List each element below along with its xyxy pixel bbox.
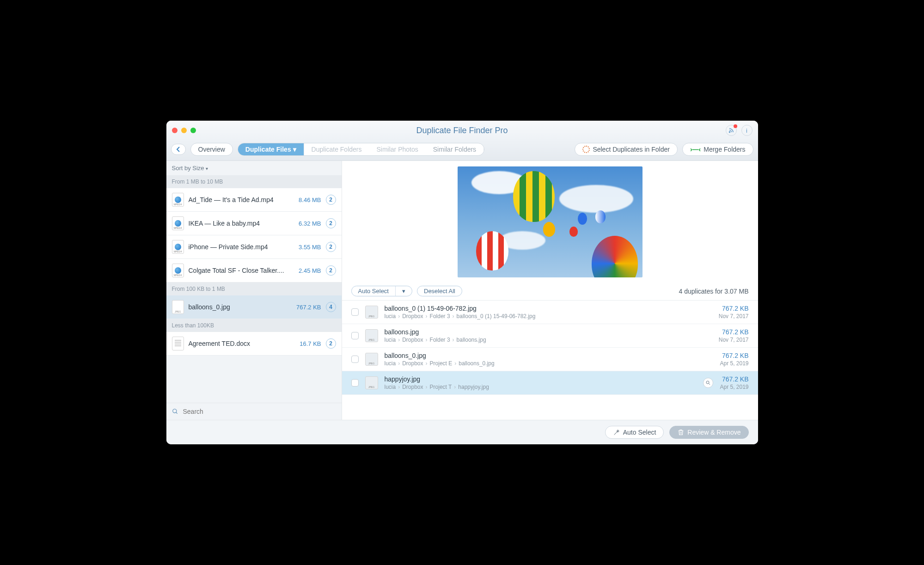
duplicate-info: balloons_0.jpglucia›Dropbox›Project E›ba… [385,352,714,367]
file-row[interactable]: IKEA — Like a baby.mp46.32 MB2 [166,212,342,235]
duplicate-meta: 767.2 KBNov 7, 2017 [719,305,749,319]
file-list: From 1 MB to 10 MBAd_Tide — It's a Tide … [166,175,342,403]
duplicate-size: 767.2 KB [720,375,748,383]
file-name: Agreement TED.docx [189,340,286,347]
file-size: 6.32 MB [291,220,321,227]
select-checkbox[interactable] [351,379,359,387]
duplicate-date: Nov 7, 2017 [719,313,749,319]
movie-file-icon [172,264,184,277]
duplicate-size: 767.2 KB [719,305,749,312]
review-remove-label: Review & Remove [687,429,740,436]
sort-label: Sort by Size [172,165,204,172]
duplicate-date: Apr 5, 2019 [720,384,748,390]
select-duplicates-label: Select Duplicates in Folder [593,146,670,153]
group-header: Less than 100KB [166,319,342,332]
duplicate-path: lucia›Dropbox›Project T›happyjoy.jpg [385,384,697,390]
file-row[interactable]: balloons_0.jpg767.2 KB4 [166,295,342,319]
duplicate-info: balloons.jpglucia›Dropbox›Folder 3›ballo… [385,328,712,343]
duplicate-info: balloons_0 (1) 15-49-06-782.jpglucia›Dro… [385,305,712,319]
app-title: Duplicate File Finder Pro [166,126,758,135]
group-header: From 100 KB to 1 MB [166,282,342,295]
file-name: IKEA — Like a baby.mp4 [189,220,286,227]
select-duplicates-button[interactable]: Select Duplicates in Folder [575,143,678,156]
titlebar: Duplicate File Finder Pro i [166,121,758,140]
duplicate-info: happyjoy.jpglucia›Dropbox›Project T›happ… [385,375,697,390]
jpeg-file-icon [172,300,184,314]
file-size: 8.46 MB [291,197,321,203]
feed-icon[interactable] [726,125,737,136]
info-icon[interactable]: i [741,125,753,136]
tab-duplicate-files[interactable]: Duplicate Files ▾ [238,143,304,155]
group-header: From 1 MB to 10 MB [166,175,342,188]
doc-file-icon [172,337,184,350]
movie-file-icon [172,240,184,254]
file-size: 16.7 KB [291,340,321,347]
auto-select-split: Auto Select ▾ [351,286,413,296]
svg-point-3 [706,381,709,384]
preview-area [342,161,758,282]
reveal-icon[interactable] [703,378,713,388]
duplicate-count: 2 [326,218,336,228]
tab-duplicate-folders[interactable]: Duplicate Folders [304,143,369,155]
merge-folders-label: Merge Folders [704,146,745,153]
file-size: 767.2 KB [291,304,321,311]
wand-icon [613,429,620,436]
sort-control[interactable]: Sort by Size ▾ [166,161,342,175]
duplicate-row[interactable]: balloons_0 (1) 15-49-06-782.jpglucia›Dro… [342,301,758,324]
trash-icon [677,429,685,436]
overview-button[interactable]: Overview [190,143,233,156]
duplicate-count: 4 [326,302,336,312]
toolbar: Overview Duplicate Files ▾45 MBDuplicate… [166,140,758,161]
duplicate-path: lucia›Dropbox›Folder 3›balloons.jpg [385,337,712,343]
file-size: 2.45 MB [291,267,321,274]
deselect-all-button[interactable]: Deselect All [417,286,462,296]
file-row[interactable]: Ad_Tide — It's a Tide Ad.mp48.46 MB2 [166,188,342,212]
tab-similar-folders[interactable]: Similar Folders [426,143,484,155]
auto-select-button[interactable]: Auto Select [352,286,396,296]
footer-auto-select-button[interactable]: Auto Select [605,426,664,439]
app-window: Duplicate File Finder Pro i Overview Dup… [166,121,758,444]
search-input[interactable] [183,408,336,415]
file-row[interactable]: Agreement TED.docx16.7 KB2 [166,332,342,356]
duplicate-date: Nov 7, 2017 [719,337,749,343]
search-icon [172,408,178,415]
file-row[interactable]: Colgate Total SF - Close Talker....2.45 … [166,259,342,282]
tab-similar-photos[interactable]: Similar Photos [369,143,426,155]
duplicate-path: lucia›Dropbox›Project E›balloons_0.jpg [385,360,714,367]
duplicate-count: 2 [326,265,336,276]
search-bar [166,403,342,420]
action-bar: Auto Select ▾ Deselect All 4 duplicates … [342,282,758,301]
svg-line-4 [709,384,710,385]
review-remove-button[interactable]: Review & Remove [669,426,748,439]
sidebar: Sort by Size ▾ From 1 MB to 10 MBAd_Tide… [166,161,342,420]
duplicate-path: lucia›Dropbox›Folder 3›balloons_0 (1) 15… [385,313,712,319]
auto-select-dropdown[interactable]: ▾ [396,286,412,296]
select-checkbox[interactable] [351,332,359,339]
select-checkbox[interactable] [351,356,359,363]
duplicate-count: 2 [326,242,336,252]
duplicate-meta: 767.2 KBApr 5, 2019 [720,375,748,390]
svg-line-2 [176,412,177,414]
footer-auto-select-label: Auto Select [623,429,656,436]
merge-icon: ›—‹ [690,146,701,153]
back-button[interactable] [171,144,186,155]
file-row[interactable]: iPhone — Private Side.mp43.55 MB2 [166,235,342,259]
duplicate-row[interactable]: balloons.jpglucia›Dropbox›Folder 3›ballo… [342,324,758,348]
duplicate-count: 2 [326,195,336,205]
file-size: 3.55 MB [291,244,321,251]
file-name: iPhone — Private Side.mp4 [189,243,286,251]
duplicate-date: Apr 5, 2019 [720,360,748,367]
merge-folders-button[interactable]: ›—‹ Merge Folders [682,143,753,156]
svg-point-0 [729,132,730,133]
footer: Auto Select Review & Remove [166,420,758,444]
svg-point-1 [172,409,176,413]
file-name: Colgate Total SF - Close Talker.... [189,267,286,274]
select-checkbox[interactable] [351,308,359,316]
file-name: balloons_0.jpg [189,303,286,311]
file-thumbnail [365,306,378,319]
chevron-down-icon: ▾ [206,166,208,171]
duplicates-summary: 4 duplicates for 3.07 MB [679,288,749,295]
duplicate-name: happyjoy.jpg [385,375,697,383]
duplicate-row[interactable]: happyjoy.jpglucia›Dropbox›Project T›happ… [342,371,758,395]
duplicate-row[interactable]: balloons_0.jpglucia›Dropbox›Project E›ba… [342,348,758,371]
